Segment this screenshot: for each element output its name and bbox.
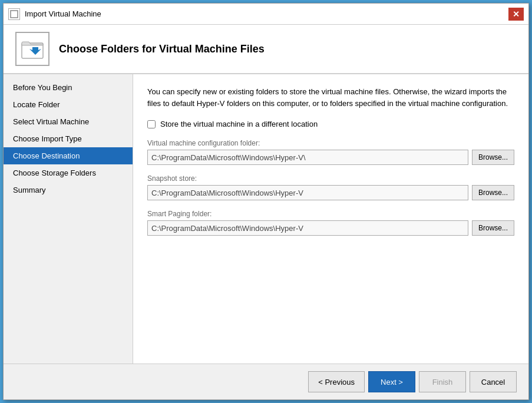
- sidebar-item-locate-folder[interactable]: Locate Folder: [4, 96, 133, 113]
- smart-paging-folder-label: Smart Paging folder:: [147, 210, 514, 218]
- vm-config-folder-input[interactable]: [147, 150, 468, 165]
- content-area: Before You Begin Locate Folder Select Vi…: [4, 74, 528, 364]
- smart-paging-folder-input[interactable]: [147, 220, 468, 236]
- import-virtual-machine-dialog: Import Virtual Machine ✕ Choose Folders …: [3, 3, 529, 400]
- sidebar-item-summary[interactable]: Summary: [4, 181, 133, 199]
- title-bar-text: Import Virtual Machine: [25, 9, 101, 18]
- snapshot-store-input[interactable]: [147, 185, 468, 200]
- snapshot-store-row: Browse...: [147, 185, 514, 200]
- cancel-button[interactable]: Cancel: [470, 371, 517, 392]
- header-title: Choose Folders for Virtual Machine Files: [59, 43, 265, 55]
- snapshot-browse-button[interactable]: Browse...: [472, 185, 514, 200]
- snapshot-store-label: Snapshot store:: [147, 174, 514, 183]
- sidebar: Before You Begin Locate Folder Select Vi…: [4, 74, 133, 364]
- main-content: You can specify new or existing folders …: [133, 74, 528, 364]
- next-button[interactable]: Next >: [368, 371, 415, 392]
- smart-paging-folder-row: Browse...: [147, 220, 514, 236]
- sidebar-item-before-you-begin[interactable]: Before You Begin: [4, 79, 133, 96]
- svg-rect-0: [11, 11, 18, 18]
- store-different-location-checkbox[interactable]: [147, 120, 156, 128]
- description-text: You can specify new or existing folders …: [147, 86, 514, 109]
- vm-config-folder-label: Virtual machine configuration folder:: [147, 139, 514, 147]
- store-different-location-row: Store the virtual machine in a different…: [147, 120, 514, 128]
- finish-button[interactable]: Finish: [419, 371, 466, 392]
- header-icon-box: [15, 32, 49, 66]
- sidebar-item-select-virtual-machine[interactable]: Select Virtual Machine: [4, 113, 133, 130]
- smart-paging-browse-button[interactable]: Browse...: [472, 220, 514, 236]
- snapshot-store-group: Snapshot store: Browse...: [147, 174, 514, 200]
- close-button[interactable]: ✕: [508, 8, 524, 21]
- store-different-location-label[interactable]: Store the virtual machine in a different…: [160, 120, 318, 128]
- footer: < Previous Next > Finish Cancel: [4, 364, 528, 399]
- sidebar-item-choose-storage-folders[interactable]: Choose Storage Folders: [4, 164, 133, 181]
- vm-config-folder-group: Virtual machine configuration folder: Br…: [147, 139, 514, 165]
- vm-config-folder-row: Browse...: [147, 150, 514, 165]
- previous-button[interactable]: < Previous: [308, 371, 365, 392]
- sidebar-item-choose-import-type[interactable]: Choose Import Type: [4, 130, 133, 147]
- folder-arrow-icon: [21, 37, 44, 61]
- header-section: Choose Folders for Virtual Machine Files: [4, 25, 528, 74]
- vm-config-browse-button[interactable]: Browse...: [472, 150, 514, 165]
- sidebar-item-choose-destination[interactable]: Choose Destination: [4, 147, 133, 164]
- smart-paging-folder-group: Smart Paging folder: Browse...: [147, 210, 514, 236]
- title-bar: Import Virtual Machine ✕: [4, 4, 528, 25]
- title-bar-left: Import Virtual Machine: [8, 8, 101, 20]
- dialog-icon: [8, 8, 20, 20]
